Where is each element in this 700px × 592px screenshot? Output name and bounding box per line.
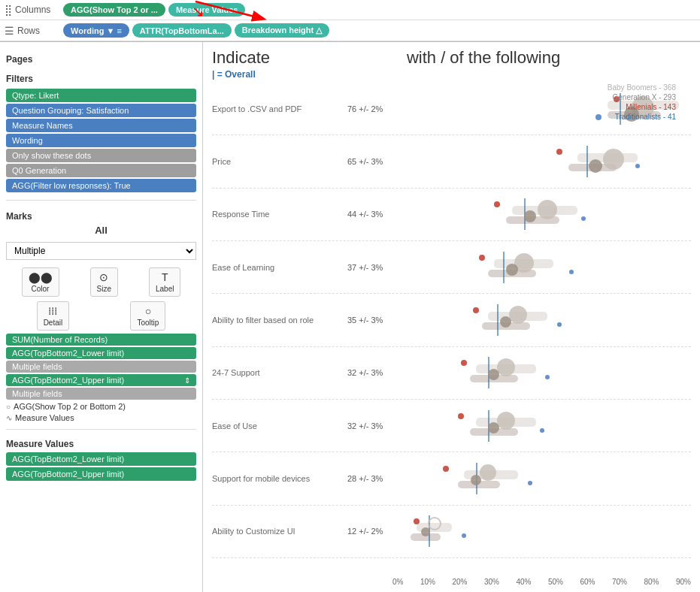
dot-filter-role-3 (557, 322, 562, 327)
dot-ease-use-2 (458, 413, 464, 419)
dot-support-247-0 (497, 358, 515, 376)
dot-price-2 (556, 149, 562, 155)
chart-title-right: with / of the following (276, 48, 691, 68)
rows-pills: Wording ▼ ≡ATTR(TopBottomLa...Breakdown … (60, 20, 332, 41)
dot-mobile-3 (528, 481, 532, 485)
row-label-price: Price (212, 157, 347, 166)
row-pct-support-247: 32 +/- 3% (347, 368, 392, 377)
marks-type-select[interactable]: MultipleAutomaticBarLineCircleSquare (6, 242, 196, 260)
row-label-customize-ui: Ability to Customize UI (212, 527, 347, 536)
filter-chip-q0-generation[interactable]: Q0 Generation (6, 164, 196, 177)
dot-mobile-1 (471, 475, 481, 485)
columns-label: ⣿ Columns (0, 4, 60, 16)
legend-item-millenials: Millenials - 143 (608, 103, 676, 111)
mv-item-mv-upper[interactable]: AGG(TopBottom2_Upper limit) (6, 467, 196, 481)
tooltip-icon: ○ (145, 305, 151, 317)
chart-overall: | = Overall (212, 69, 691, 80)
measure-values-row: ∿ Measure Values (6, 413, 196, 422)
mv-items-list: AGG(TopBottom2_Lower limit)AGG(TopBottom… (6, 452, 196, 481)
agg-chip-multiple-fields[interactable]: Multiple fields (6, 361, 196, 373)
agg-item-multiple-fields: Multiple fields (6, 361, 196, 373)
mark-detail-tooltip[interactable]: ○Tooltip (130, 301, 165, 331)
filters-title: Filters (6, 74, 196, 84)
chart-row-mobile: Support for mobile devices28 +/- 3% (212, 452, 691, 505)
dot-response-time-3 (581, 216, 586, 221)
dot-filter-role-0 (509, 306, 527, 324)
chart-rows: Export to .CSV and PDF76 +/- 2%Price65 +… (212, 83, 691, 576)
row-chart-response-time (392, 195, 691, 233)
row-chart-filter-role (392, 301, 691, 339)
dot-response-time-2 (494, 201, 500, 207)
row-label-export-csv: Export to .CSV and PDF (212, 104, 347, 113)
mark-icon-size[interactable]: ⊙Size (90, 267, 118, 297)
row-pct-price: 65 +/- 3% (347, 157, 392, 166)
legend-item-baby-boomers: Baby Boomers - 368 (608, 83, 676, 92)
dot-support-247-2 (461, 360, 467, 366)
marks-section: Marks All MultipleAutomaticBarLineCircle… (6, 200, 196, 424)
x-axis-label-0: 0% (392, 578, 403, 586)
row-pill-wording-pill[interactable]: Wording ▼ ≡ (63, 23, 129, 38)
row-pill-breakdown-height[interactable]: Breakdown height △ (235, 23, 329, 38)
marks-title: Marks (6, 211, 196, 222)
mark-icon-label[interactable]: TLabel (149, 267, 180, 297)
dot-customize-ui-1 (421, 527, 430, 536)
rows-row: ☰ Rows Wording ▼ ≡ATTR(TopBottomLa...Bre… (0, 20, 700, 41)
agg-items-list: SUM(Number of Records)AGG(TopBottom2_Low… (6, 334, 196, 400)
row-chart-ease-learning (392, 249, 691, 286)
measure-values-section: Measure Values AGG(TopBottom2_Lower limi… (6, 429, 196, 482)
filter-chip-agg-filter[interactable]: AGG(Filter low responses): True (6, 179, 196, 192)
dot-response-time-1 (524, 210, 536, 222)
dot-customize-ui-3 (462, 533, 466, 538)
row-label-support-247: 24-7 Support (212, 368, 347, 377)
columns-row: ⣿ Columns AGG(Show Top 2 or ...Measure V… (0, 0, 700, 20)
chart-row-ease-use: Ease of Use32 +/- 3% (212, 400, 691, 452)
agg-item-agg-lower: AGG(TopBottom2_Lower limit) (6, 347, 196, 359)
row-label-filter-role: Ability to filter based on role (212, 316, 347, 325)
row-pct-response-time: 44 +/- 3% (347, 210, 392, 219)
filter-chip-only-show-dots[interactable]: Only show these dots (6, 149, 196, 162)
row-chart-support-247 (392, 354, 691, 391)
chart-area: Indicate with / of the following | = Ove… (203, 42, 700, 592)
x-axis: 0%10%20%30%40%50%60%70%80%90% (392, 576, 691, 586)
agg-item-multiple-fields2: Multiple fields (6, 388, 196, 400)
filters-list: Qtype: LikertQuestion Grouping: Satisfac… (6, 87, 196, 194)
chart-row-support-247: 24-7 Support32 +/- 3% (212, 347, 691, 400)
marks-all: All (6, 225, 196, 236)
x-axis-label-70: 70% (612, 578, 627, 586)
agg-chip-multiple-fields2[interactable]: Multiple fields (6, 388, 196, 400)
column-pill-measure-values[interactable]: Measure Values (168, 3, 246, 17)
color-label: Color (32, 285, 50, 293)
filter-chip-question-grouping[interactable]: Question Grouping: Satisfaction (6, 104, 196, 117)
pages-title: Pages (6, 54, 196, 65)
columns-pills: AGG(Show Top 2 or ...Measure Values (60, 0, 248, 20)
chart-header: Indicate with / of the following | = Ove… (212, 48, 691, 80)
row-label-ease-learning: Ease of Learning (212, 263, 347, 272)
label-icon: T (162, 271, 168, 283)
mark-detail-detail[interactable]: ⁞⁞⁞Detail (37, 301, 70, 331)
filter-chip-qtype[interactable]: Qtype: Likert (6, 89, 196, 102)
vline-filter-role (497, 304, 498, 336)
red-arrow: ↘ (192, 2, 205, 20)
mark-icon-color[interactable]: ⬤⬤Color (22, 267, 59, 297)
row-pill-attr-top-bottom[interactable]: ATTR(TopBottomLa... (132, 23, 232, 38)
filter-chip-wording[interactable]: Wording (6, 134, 196, 147)
agg-item-sum-records: SUM(Number of Records) (6, 334, 196, 346)
tooltip-label: Tooltip (137, 319, 159, 327)
dot-mobile-2 (443, 466, 449, 472)
filter-chip-measure-names[interactable]: Measure Names (6, 119, 196, 132)
agg-chip-agg-lower[interactable]: AGG(TopBottom2_Lower limit) (6, 347, 196, 359)
agg-chip-sum-records[interactable]: SUM(Number of Records) (6, 334, 196, 346)
marks-icons-row: ⬤⬤Color⊙SizeTLabel (6, 267, 196, 297)
show-top2-row: ○ AGG(Show Top 2 or Bottom 2) (6, 402, 196, 411)
show-top2-label: AGG(Show Top 2 or Bottom 2) (14, 402, 126, 411)
legend-item-traditionalists: Traditionalists - 41 (608, 113, 676, 121)
row-pct-ease-learning: 37 +/- 3% (347, 263, 392, 272)
agg-chip-agg-upper[interactable]: AGG(TopBottom2_Upper limit)⇕ (6, 374, 196, 386)
vline-ease-learning (503, 252, 505, 283)
x-axis-label-60: 60% (580, 578, 595, 586)
size-label: Size (97, 285, 111, 293)
column-pill-agg-show-top2[interactable]: AGG(Show Top 2 or ... (63, 3, 165, 17)
chart-title-left: Indicate (212, 48, 270, 68)
color-icon: ⬤⬤ (29, 271, 53, 283)
mv-item-mv-lower[interactable]: AGG(TopBottom2_Lower limit) (6, 452, 196, 466)
